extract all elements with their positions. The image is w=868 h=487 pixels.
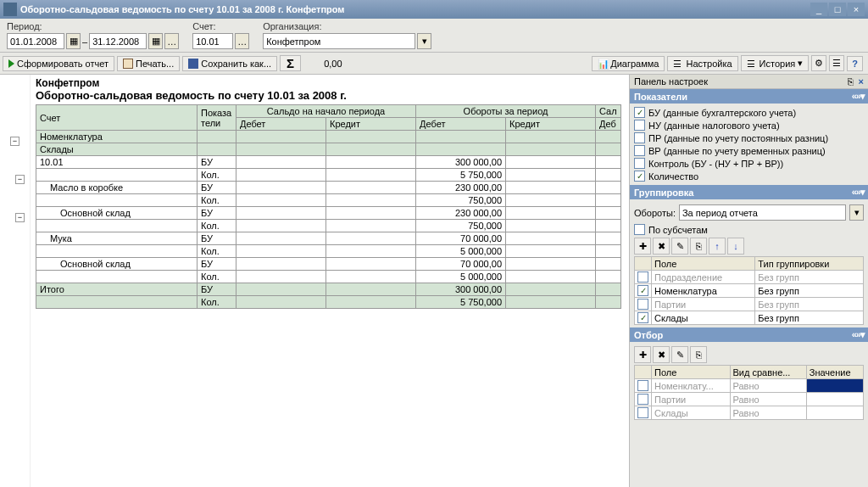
grouping-checkbox[interactable] — [637, 271, 648, 283]
minimize-button[interactable]: _ — [810, 3, 827, 16]
indicator-row: ПР (данные по учету постоянных разниц) — [634, 132, 864, 144]
list-icon: ☰ — [673, 59, 683, 69]
indicator-row: Количество — [634, 170, 864, 182]
account-select-button[interactable]: … — [235, 33, 249, 49]
filter-table: ПолеВид сравне...Значение Номенклату...Р… — [634, 365, 864, 420]
help-button[interactable]: ? — [847, 56, 863, 71]
account-input[interactable] — [192, 33, 233, 49]
filter-checkbox[interactable] — [637, 394, 648, 405]
print-button[interactable]: Печать... — [117, 56, 180, 71]
grouping-row[interactable]: ПартииБез групп — [635, 298, 864, 311]
grouping-row[interactable]: ПодразделениеБез групп — [635, 271, 864, 284]
action-toolbar: Сформировать отчет Печать... Сохранить к… — [0, 53, 868, 75]
settings-button[interactable]: ☰Настройка — [667, 56, 737, 71]
table-row: Кол.5 750,000 — [36, 169, 621, 182]
run-report-button[interactable]: Сформировать отчет — [3, 56, 114, 71]
report-table: Счет Показа тели Сальдо на начало период… — [36, 104, 621, 309]
grouping-table: ПолеТип группировки ПодразделениеБез гру… — [634, 256, 864, 325]
panel-close-icon[interactable]: × — [859, 76, 864, 87]
indicator-checkbox[interactable] — [634, 171, 645, 182]
move-up-button[interactable]: ↑ — [709, 238, 726, 255]
table-row: Основной складБУ230 000,00 — [36, 207, 621, 220]
table-row: Кол.750,000 — [36, 194, 621, 207]
col-account: Счет — [36, 105, 198, 131]
expand-icon[interactable]: « » ▾ — [852, 91, 864, 102]
date-from-input[interactable] — [7, 33, 64, 49]
col-debet: Дебет — [416, 118, 506, 131]
col-credit: Кредит — [326, 118, 416, 131]
panel-action-icon[interactable]: ⎘ — [848, 76, 854, 87]
subaccounts-checkbox[interactable] — [634, 224, 645, 235]
filter-row[interactable]: СкладыРавно — [635, 406, 864, 420]
add-grouping-button[interactable]: ✚ — [634, 238, 651, 255]
col-credit: Кредит — [506, 118, 596, 131]
period-select-button[interactable]: … — [164, 33, 179, 49]
indicator-label: НУ (данные налогового учета) — [648, 120, 780, 131]
filter-row[interactable]: Номенклату...Равно — [635, 379, 864, 393]
grouping-header: Группировка « » ▾ — [630, 185, 868, 199]
diskette-icon — [188, 59, 198, 69]
grouping-row[interactable]: НоменклатураБез групп — [635, 284, 864, 298]
sum-button[interactable]: Σ — [280, 55, 301, 71]
date-to-input[interactable] — [89, 33, 147, 49]
indicator-checkbox[interactable] — [634, 120, 645, 131]
tree-collapse-root[interactable]: − — [10, 137, 19, 146]
filter-checkbox[interactable] — [637, 407, 648, 418]
filter-row[interactable]: ПартииРавно — [635, 393, 864, 406]
remove-filter-button[interactable]: ✖ — [653, 346, 670, 363]
grouping-checkbox[interactable] — [637, 285, 648, 296]
col-nomen: Номенклатура — [36, 131, 198, 143]
total-label: Итого — [36, 283, 198, 296]
report-area: − − − Конфетпром Оборотно-сальдовая ведо… — [0, 75, 629, 487]
settings-panel-header: Панель настроек ⎘ × — [630, 75, 868, 89]
edit-filter-button[interactable]: ✎ — [671, 346, 688, 363]
date-from-picker-icon[interactable]: ▦ — [66, 33, 81, 49]
turnover-label: Обороты: — [634, 208, 676, 218]
indicator-checkbox[interactable] — [634, 145, 645, 156]
report-title: Оборотно-сальдовая ведомость по счету 10… — [36, 89, 629, 102]
copy-filter-button[interactable]: ⎘ — [690, 346, 707, 363]
save-button[interactable]: Сохранить как... — [182, 56, 277, 71]
tree-collapse-node[interactable]: − — [15, 175, 25, 184]
turnover-select[interactable] — [679, 204, 846, 221]
grouping-row[interactable]: СкладыБез групп — [635, 311, 864, 325]
table-row: Основной складБУ70 000,00 — [36, 258, 621, 271]
turnover-dropdown-button[interactable]: ▾ — [849, 204, 864, 221]
date-to-picker-icon[interactable]: ▦ — [148, 33, 163, 49]
sigma-icon: Σ — [287, 56, 294, 70]
close-button[interactable]: × — [848, 3, 865, 16]
printer-icon — [123, 59, 133, 69]
options-button[interactable]: ⚙ — [811, 55, 826, 71]
move-down-button[interactable]: ↓ — [727, 238, 744, 255]
grouping-checkbox[interactable] — [637, 312, 648, 323]
maximize-button[interactable]: □ — [829, 3, 846, 16]
tree-outline: − − − — [0, 75, 31, 487]
grouping-checkbox[interactable] — [637, 299, 648, 310]
expand-icon[interactable]: « » ▾ — [852, 187, 864, 198]
add-filter-button[interactable]: ✚ — [634, 346, 651, 363]
org-input[interactable] — [263, 33, 415, 49]
col-saldo-start: Сальдо на начало периода — [236, 105, 416, 118]
subaccounts-label: По субсчетам — [648, 225, 708, 235]
edit-grouping-button[interactable]: ✎ — [671, 238, 688, 255]
play-icon — [8, 59, 14, 68]
indicator-checkbox[interactable] — [634, 158, 645, 169]
col-sklad: Склады — [36, 143, 198, 156]
tree-collapse-node[interactable]: − — [15, 213, 25, 222]
indicator-label: Контроль (БУ - (НУ + ПР + ВР)) — [648, 159, 783, 169]
org-dropdown-button[interactable]: ▾ — [417, 33, 431, 49]
history-icon: ☰ — [747, 59, 757, 69]
table-row: Кол.5 000,000 — [36, 271, 621, 283]
filter-checkbox[interactable] — [637, 380, 648, 391]
diagram-button[interactable]: 📊Диаграмма — [592, 56, 665, 71]
expand-icon[interactable]: « » ▾ — [852, 329, 864, 340]
indicator-checkbox[interactable] — [634, 107, 645, 118]
copy-grouping-button[interactable]: ⎘ — [690, 238, 707, 255]
more-button[interactable]: ☰ — [829, 55, 844, 71]
history-button[interactable]: ☰История▾ — [741, 55, 810, 71]
indicator-label: ВР (данные по учету временных разниц) — [648, 146, 826, 156]
total-bu: 300 000,00 — [416, 283, 506, 296]
account-label: Счет: — [192, 21, 249, 31]
indicator-checkbox[interactable] — [634, 132, 645, 143]
remove-grouping-button[interactable]: ✖ — [653, 238, 670, 255]
